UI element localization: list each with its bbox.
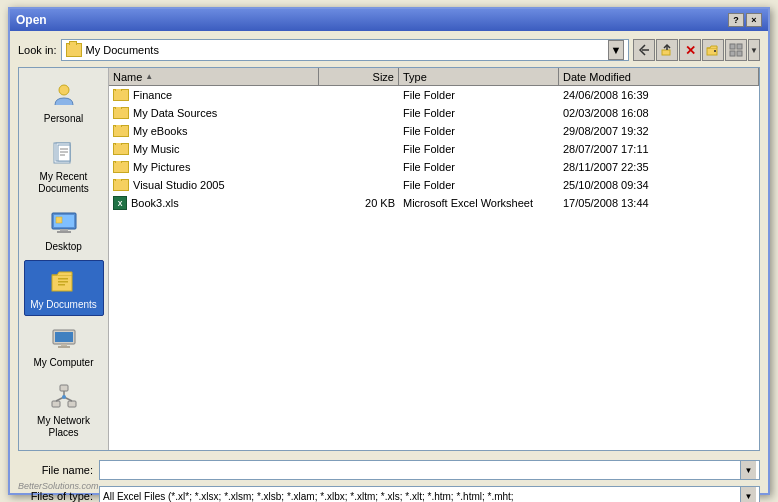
svg-rect-24	[61, 344, 67, 346]
file-date: 02/03/2008 16:08	[559, 107, 759, 119]
main-area: Personal My Recent Docume	[18, 67, 760, 451]
toolbar-buttons: ✕ ▼	[633, 39, 760, 61]
lookin-label: Look in:	[18, 44, 57, 56]
svg-rect-25	[58, 346, 70, 348]
recent-icon	[48, 137, 80, 169]
col-header-date[interactable]: Date Modified	[559, 68, 759, 85]
svg-rect-20	[58, 281, 68, 283]
file-name: Book3.xls	[131, 197, 179, 209]
svg-rect-21	[58, 284, 65, 286]
file-type: File Folder	[399, 107, 559, 119]
folder-icon	[113, 143, 129, 155]
help-button[interactable]: ?	[728, 13, 744, 27]
desktop-icon	[48, 207, 80, 239]
filename-input[interactable]: ▼	[99, 460, 760, 480]
svg-rect-17	[56, 217, 62, 223]
sidebar-item-recent-label: My Recent Documents	[27, 171, 101, 195]
table-row[interactable]: XBook3.xls20 KBMicrosoft Excel Worksheet…	[109, 194, 759, 212]
col-header-name[interactable]: Name ▲	[109, 68, 319, 85]
table-row[interactable]: FinanceFile Folder24/06/2008 16:39	[109, 86, 759, 104]
title-bar-buttons: ? ×	[728, 13, 762, 27]
dialog-title: Open	[16, 13, 47, 27]
file-type: File Folder	[399, 143, 559, 155]
sidebar-item-desktop[interactable]: Desktop	[24, 202, 104, 258]
svg-rect-5	[737, 51, 742, 56]
folder-icon	[113, 107, 129, 119]
mydocs-icon	[48, 265, 80, 297]
sidebar-item-recent[interactable]: My Recent Documents	[24, 132, 104, 200]
filename-label: File name:	[18, 464, 93, 476]
file-type: File Folder	[399, 125, 559, 137]
filetype-row: Files of type: All Excel Files (*.xl*; *…	[18, 485, 760, 502]
col-header-size[interactable]: Size	[319, 68, 399, 85]
table-row[interactable]: My eBooksFile Folder29/08/2007 19:32	[109, 122, 759, 140]
filetype-input[interactable]: All Excel Files (*.xl*; *.xlsx; *.xlsm; …	[99, 486, 760, 502]
mycomp-icon	[48, 323, 80, 355]
svg-rect-27	[52, 401, 60, 407]
sidebar: Personal My Recent Docume	[19, 68, 109, 450]
sidebar-item-mycomp-label: My Computer	[33, 357, 93, 369]
file-date: 28/11/2007 22:35	[559, 161, 759, 173]
lookin-dropdown-arrow[interactable]: ▼	[608, 40, 624, 60]
filename-row: File name: ▼	[18, 459, 760, 481]
svg-rect-16	[57, 231, 71, 233]
filetype-value: All Excel Files (*.xl*; *.xlsx; *.xlsm; …	[103, 491, 740, 502]
sidebar-item-network-label: My Network Places	[27, 415, 101, 439]
svg-rect-2	[730, 44, 735, 49]
filename-dropdown[interactable]: ▼	[740, 461, 756, 479]
file-name: My Data Sources	[133, 107, 217, 119]
file-date: 17/05/2008 13:44	[559, 197, 759, 209]
file-type: File Folder	[399, 179, 559, 191]
table-row[interactable]: Visual Studio 2005File Folder25/10/2008 …	[109, 176, 759, 194]
folder-icon	[113, 179, 129, 191]
svg-rect-4	[730, 51, 735, 56]
sidebar-item-mydocs[interactable]: My Documents	[24, 260, 104, 316]
title-bar: Open ? ×	[10, 9, 768, 31]
file-name: My Music	[133, 143, 179, 155]
sidebar-item-mycomp[interactable]: My Computer	[24, 318, 104, 374]
file-date: 28/07/2007 17:11	[559, 143, 759, 155]
file-type: File Folder	[399, 89, 559, 101]
svg-rect-15	[60, 229, 68, 231]
network-icon	[48, 381, 80, 413]
views-dropdown[interactable]: ▼	[748, 39, 760, 61]
sidebar-item-personal-label: Personal	[44, 113, 83, 125]
table-row[interactable]: My MusicFile Folder28/07/2007 17:11	[109, 140, 759, 158]
svg-rect-19	[58, 278, 68, 280]
folder-icon	[113, 161, 129, 173]
sidebar-item-mydocs-label: My Documents	[30, 299, 97, 311]
svg-rect-28	[68, 401, 76, 407]
file-type: File Folder	[399, 161, 559, 173]
svg-rect-3	[737, 44, 742, 49]
delete-button[interactable]: ✕	[679, 39, 701, 61]
close-button[interactable]: ×	[746, 13, 762, 27]
file-name: My eBooks	[133, 125, 187, 137]
bottom-area: File name: ▼ Files of type: All Excel Fi…	[18, 459, 760, 502]
watermark: BetterSolutions.com	[18, 481, 99, 491]
folder-icon	[113, 125, 129, 137]
col-header-type[interactable]: Type	[399, 68, 559, 85]
folder-icon	[66, 43, 82, 57]
file-list-area: Name ▲ Size Type Date Modified FinanceFi…	[109, 68, 759, 450]
svg-rect-23	[55, 332, 73, 342]
table-row[interactable]: My Data SourcesFile Folder02/03/2008 16:…	[109, 104, 759, 122]
sidebar-item-desktop-label: Desktop	[45, 241, 82, 253]
dialog-body: Look in: My Documents ▼ ✕	[10, 31, 768, 502]
views-button[interactable]	[725, 39, 747, 61]
sidebar-item-personal[interactable]: Personal	[24, 74, 104, 130]
open-dialog: Open ? × Look in: My Documents ▼	[8, 7, 770, 495]
file-name: Finance	[133, 89, 172, 101]
file-date: 25/10/2008 09:34	[559, 179, 759, 191]
svg-rect-0	[662, 50, 670, 55]
sidebar-item-network[interactable]: My Network Places	[24, 376, 104, 444]
up-button[interactable]	[656, 39, 678, 61]
svg-rect-9	[58, 145, 70, 161]
new-folder-button[interactable]	[702, 39, 724, 61]
lookin-combo[interactable]: My Documents ▼	[61, 39, 629, 61]
filetype-label: Files of type:	[18, 490, 93, 502]
file-name: Visual Studio 2005	[133, 179, 225, 191]
svg-rect-18	[52, 275, 72, 291]
back-button[interactable]	[633, 39, 655, 61]
table-row[interactable]: My PicturesFile Folder28/11/2007 22:35	[109, 158, 759, 176]
filetype-dropdown[interactable]: ▼	[740, 487, 756, 502]
